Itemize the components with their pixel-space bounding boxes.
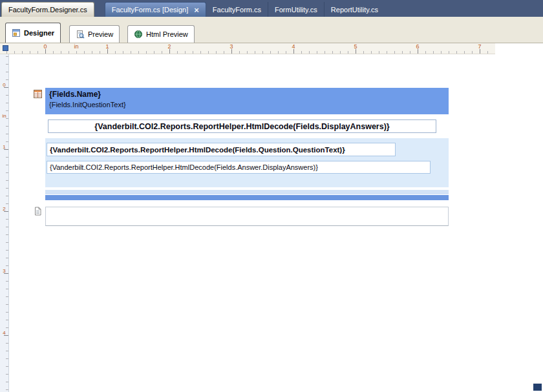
tab-label: Html Preview — [146, 30, 188, 38]
design-surface[interactable]: {Fields.Name} {Fields.InitQuestionText} … — [9, 54, 543, 392]
separator-bar-light[interactable] — [45, 190, 449, 194]
horizontal-ruler: 0 in 1 2 3 4 5 6 7 — [0, 43, 495, 54]
file-tab-label: FacultyForm.cs — [213, 6, 261, 14]
page-footer-band[interactable] — [45, 207, 449, 226]
ruler-label: 2 — [0, 206, 8, 212]
ruler-unit-label: in — [74, 43, 78, 50]
file-tab-label: ReportUtility.cs — [331, 6, 378, 14]
tab-label: Designer — [24, 29, 54, 37]
textbox-display-answers[interactable]: {Vanderbilt.COI2.Reports.ReportHelper.Ht… — [48, 119, 436, 133]
textbox-init-question-text[interactable]: {Fields.InitQuestionText} — [49, 101, 445, 108]
ruler-label: 2 — [167, 43, 171, 50]
file-tab-label: FormUtility.cs — [275, 6, 317, 14]
ruler-label: 4 — [0, 330, 8, 336]
question-panel[interactable]: {Vanderbilt.COI2.Reports.ReportHelper.Ht… — [45, 138, 449, 187]
ruler-label: 0 — [43, 43, 47, 50]
ruler-label: 0 — [0, 82, 8, 88]
textbox-answer-display-answers[interactable]: {Vanderbilt.COI2.Reports.ReportHelper.Ht… — [47, 161, 431, 174]
ruler-unit-label: in — [0, 113, 8, 119]
ruler-label: 3 — [0, 268, 8, 274]
ruler-label: 1 — [0, 144, 8, 150]
page-section-icon[interactable] — [34, 207, 43, 216]
textbox-fields-name[interactable]: {Fields.Name} — [49, 90, 445, 99]
document-tab-bar: FacultyForm.Designer.cs FacultyForm.cs [… — [0, 0, 543, 17]
ruler-label: 7 — [478, 43, 481, 50]
tab-html-preview[interactable]: Html Preview — [127, 25, 195, 43]
textbox-question-text[interactable]: {Vanderbilt.COI2.Reports.ReportHelper.Ht… — [47, 143, 396, 156]
file-tab-formutility-cs[interactable]: FormUtility.cs — [268, 2, 324, 17]
globe-icon — [134, 30, 143, 39]
preview-icon — [76, 30, 85, 39]
group-header-band[interactable]: {Fields.Name} {Fields.InitQuestionText} — [45, 88, 449, 114]
resize-grip[interactable] — [533, 384, 542, 391]
ruler-label: 6 — [416, 43, 419, 50]
file-tab-facultyform-cs-design[interactable]: FacultyForm.cs [Design] × — [105, 2, 206, 17]
file-tab-label: FacultyForm.cs [Design] — [112, 6, 189, 14]
file-tab-facultyform-cs[interactable]: FacultyForm.cs — [206, 2, 268, 17]
close-icon[interactable]: × — [194, 6, 199, 14]
tab-label: Preview — [88, 30, 113, 38]
ruler-label: 5 — [354, 43, 357, 50]
tab-designer[interactable]: Designer — [5, 23, 61, 43]
ruler-label: 3 — [229, 43, 233, 50]
file-tab-label: FacultyForm.Designer.cs — [8, 6, 87, 14]
file-tab-reportutility-cs[interactable]: ReportUtility.cs — [324, 2, 385, 17]
file-tab-facultyform-designer-cs[interactable]: FacultyForm.Designer.cs — [1, 2, 94, 17]
ruler-origin-box — [3, 45, 8, 51]
tab-preview[interactable]: Preview — [69, 25, 120, 43]
ruler-label: 1 — [105, 43, 109, 50]
separator-bar-dark[interactable] — [45, 195, 449, 200]
designer-icon — [12, 28, 21, 37]
detail-section-icon[interactable] — [34, 89, 43, 98]
view-tab-strip: Designer Preview — [0, 17, 543, 43]
vertical-ruler: 0 in 1 2 3 4 — [0, 54, 9, 392]
report-designer-window: FacultyForm.Designer.cs FacultyForm.cs [… — [0, 0, 543, 392]
ruler-label: 4 — [292, 43, 295, 50]
